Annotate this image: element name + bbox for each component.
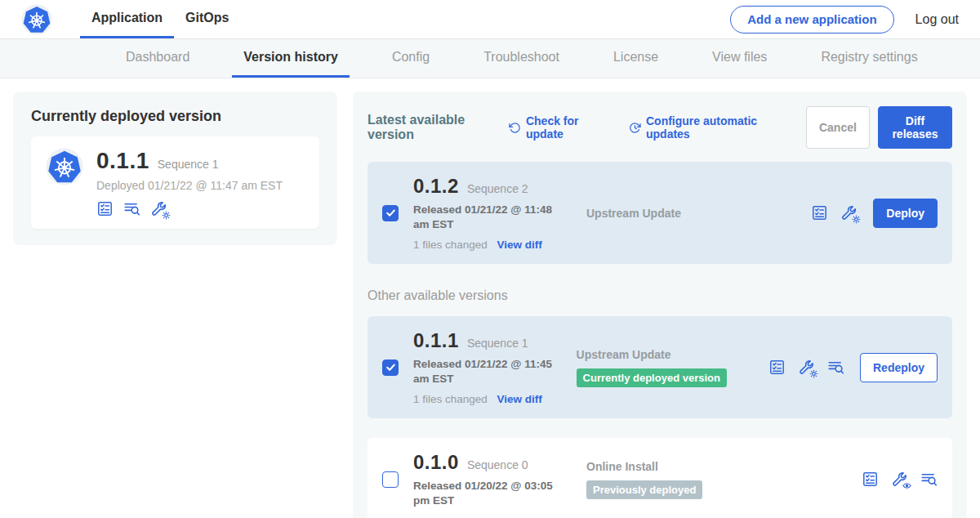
available-versions-panel: Latest available version Check for updat… (353, 92, 967, 518)
tab-version-history[interactable]: Version history (232, 39, 350, 78)
version-checkbox[interactable] (382, 205, 399, 221)
deployed-version-number: 0.1.1 (96, 148, 149, 174)
previously-deployed-badge: Previously deployed (586, 480, 702, 499)
logout-link[interactable]: Log out (915, 12, 959, 27)
add-application-button[interactable]: Add a new application (730, 6, 893, 33)
tab-troubleshoot[interactable]: Troubleshoot (472, 39, 571, 78)
view-config-icon[interactable] (891, 471, 908, 488)
check-icon (385, 208, 396, 218)
files-changed-label: 1 files changed (413, 393, 488, 405)
tab-application[interactable]: Application (80, 0, 174, 38)
deploy-button[interactable]: Deploy (873, 199, 938, 228)
edit-config-icon[interactable] (798, 359, 815, 376)
released-timestamp: Released 01/21/22 @ 11:45 am EST (413, 357, 567, 386)
schedule-refresh-icon (629, 121, 641, 135)
edit-config-icon[interactable] (150, 200, 167, 217)
version-number: 0.1.0 (413, 451, 459, 474)
version-checkbox[interactable] (382, 359, 399, 376)
deploy-logs-icon[interactable] (827, 359, 844, 376)
tab-gitops[interactable]: GitOps (174, 0, 240, 38)
app-icon (46, 148, 83, 217)
currently-deployed-panel: Currently deployed version 0.1.1 Sequenc… (13, 92, 337, 245)
deployed-timestamp: Deployed 01/21/22 @ 11:47 am EST (96, 179, 283, 192)
gear-icon (809, 369, 818, 378)
currently-deployed-badge: Currently deployed version (577, 368, 727, 387)
tab-config[interactable]: Config (381, 39, 441, 78)
check-for-update-link[interactable]: Check for update (509, 114, 608, 141)
tab-view-files[interactable]: View files (701, 39, 778, 78)
preflight-checks-icon[interactable] (96, 200, 114, 217)
cancel-button[interactable]: Cancel (806, 106, 870, 149)
view-diff-link[interactable]: View diff (497, 393, 542, 405)
gear-icon (162, 211, 171, 220)
sequence-label: Sequence 1 (467, 337, 528, 350)
tab-license[interactable]: License (602, 39, 670, 78)
deployed-version-card: 0.1.1 Sequence 1 Deployed 01/21/22 @ 11:… (31, 136, 319, 229)
deployed-panel-title: Currently deployed version (31, 108, 319, 125)
top-nav-tabs: Application GitOps (80, 0, 240, 38)
redeploy-button[interactable]: Redeploy (860, 353, 938, 382)
check-icon (385, 362, 396, 373)
version-checkbox[interactable] (382, 471, 399, 488)
edit-config-icon[interactable] (840, 204, 858, 221)
diff-releases-button[interactable]: Diff releases (878, 106, 952, 149)
version-row-0-1-2: 0.1.2 Sequence 2 Released 01/21/22 @ 11:… (368, 162, 952, 264)
preflight-checks-icon[interactable] (862, 471, 879, 488)
version-number: 0.1.2 (413, 175, 459, 198)
sequence-label: Sequence 2 (467, 182, 528, 195)
check-for-update-label: Check for update (526, 114, 608, 141)
released-timestamp: Released 01/21/22 @ 11:48 am EST (413, 203, 567, 231)
view-diff-link[interactable]: View diff (497, 239, 542, 251)
configure-updates-label: Configure automatic updates (646, 114, 785, 141)
top-navbar: Application GitOps Add a new application… (0, 0, 980, 39)
preflight-checks-icon[interactable] (811, 204, 828, 221)
gear-icon (852, 215, 861, 224)
tab-dashboard[interactable]: Dashboard (114, 39, 201, 78)
sequence-label: Sequence 0 (467, 458, 528, 471)
available-panel-title: Latest available version (368, 113, 497, 142)
deployed-sequence-label: Sequence 1 (158, 158, 219, 171)
eye-icon (902, 481, 911, 490)
other-versions-title: Other available versions (368, 288, 952, 303)
app-logo[interactable] (21, 0, 52, 38)
refresh-icon (509, 121, 521, 135)
kubernetes-logo-icon (21, 4, 52, 35)
tab-registry-settings[interactable]: Registry settings (809, 39, 929, 78)
deploy-logs-icon[interactable] (123, 200, 140, 217)
kubernetes-logo-icon (46, 148, 83, 185)
version-number: 0.1.1 (413, 329, 459, 352)
version-source-label: Online Install (586, 460, 658, 473)
files-changed-label: 1 files changed (413, 239, 488, 251)
version-row-0-1-0: 0.1.0 Sequence 0 Released 01/20/22 @ 03:… (368, 438, 952, 518)
deploy-logs-icon[interactable] (920, 471, 938, 488)
released-timestamp: Released 01/20/22 @ 03:05 pm EST (413, 479, 567, 507)
version-source-label: Upstream Update (586, 207, 681, 220)
version-source-label: Upstream Update (577, 348, 671, 361)
app-subnav: Dashboard Version history Config Trouble… (0, 39, 980, 78)
configure-updates-link[interactable]: Configure automatic updates (629, 114, 785, 141)
preflight-checks-icon[interactable] (768, 359, 786, 376)
version-row-0-1-1: 0.1.1 Sequence 1 Released 01/21/22 @ 11:… (368, 316, 952, 418)
